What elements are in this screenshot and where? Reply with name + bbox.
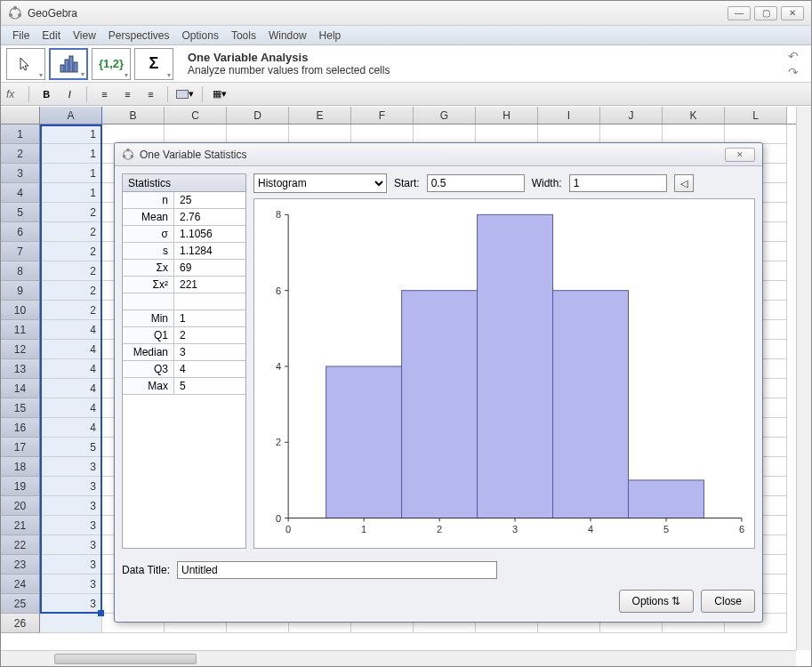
cell-E1[interactable]	[289, 125, 351, 144]
cell-I1[interactable]	[538, 125, 600, 144]
panel-toggle-button[interactable]: ◁	[674, 174, 694, 192]
row-header-25[interactable]: 25	[1, 594, 40, 614]
close-button[interactable]: Close	[701, 590, 755, 613]
row-header-1[interactable]: 1	[1, 125, 40, 144]
tool-move[interactable]: ▾	[6, 48, 45, 80]
cell-A24[interactable]: 3	[40, 575, 102, 594]
dialog-titlebar[interactable]: One Variable Statistics ✕	[115, 143, 762, 166]
col-header-H[interactable]: H	[476, 107, 538, 124]
cell-A23[interactable]: 3	[40, 555, 102, 575]
cell-A18[interactable]: 3	[40, 457, 102, 477]
cell-L1[interactable]	[725, 125, 787, 144]
vertical-scrollbar[interactable]	[796, 107, 811, 650]
col-header-G[interactable]: G	[414, 107, 476, 124]
cell-A10[interactable]: 2	[40, 301, 102, 320]
tool-list[interactable]: {1,2} ▾	[92, 48, 131, 80]
col-header-A[interactable]: A	[40, 107, 102, 124]
tool-sum[interactable]: Σ ▾	[134, 48, 173, 80]
borders-button[interactable]: ▦▾	[210, 85, 229, 103]
cell-A4[interactable]: 1	[40, 183, 102, 203]
cell-A26[interactable]	[40, 614, 102, 633]
bold-button[interactable]: B	[36, 85, 56, 103]
cell-A13[interactable]: 4	[40, 359, 102, 379]
tool-one-variable-analysis[interactable]: ▾	[49, 48, 88, 80]
maximize-button[interactable]: ▢	[754, 6, 777, 20]
redo-button[interactable]: ↷	[784, 65, 802, 79]
col-header-K[interactable]: K	[663, 107, 725, 124]
row-header-7[interactable]: 7	[1, 242, 40, 261]
minimize-button[interactable]: —	[728, 6, 751, 20]
row-header-4[interactable]: 4	[1, 183, 40, 203]
cell-A15[interactable]: 4	[40, 398, 102, 418]
undo-button[interactable]: ↶	[784, 49, 802, 63]
cell-A17[interactable]: 5	[40, 438, 102, 457]
col-header-J[interactable]: J	[600, 107, 663, 124]
cell-H1[interactable]	[476, 125, 538, 144]
width-input[interactable]	[569, 174, 667, 192]
cell-B1[interactable]	[102, 125, 165, 144]
col-header-B[interactable]: B	[102, 107, 165, 124]
start-input[interactable]	[427, 174, 525, 192]
cell-A9[interactable]: 2	[40, 281, 102, 301]
cell-A8[interactable]: 2	[40, 261, 102, 281]
row-header-14[interactable]: 14	[1, 379, 40, 398]
col-header-E[interactable]: E	[289, 107, 351, 124]
select-all-corner[interactable]	[1, 107, 40, 124]
bgcolor-button[interactable]: ▾	[175, 85, 195, 103]
cell-A5[interactable]: 2	[40, 203, 102, 222]
cell-J1[interactable]	[600, 125, 663, 144]
cell-A1[interactable]: 1	[40, 125, 102, 144]
row-header-17[interactable]: 17	[1, 438, 40, 457]
row-header-20[interactable]: 20	[1, 496, 40, 516]
col-header-D[interactable]: D	[227, 107, 289, 124]
chart-type-select[interactable]: Histogram	[253, 173, 387, 193]
menu-options[interactable]: Options	[176, 29, 225, 42]
close-button[interactable]: ✕	[781, 6, 804, 20]
menu-tools[interactable]: Tools	[225, 29, 262, 42]
row-header-6[interactable]: 6	[1, 222, 40, 242]
row-header-16[interactable]: 16	[1, 418, 40, 438]
cell-D1[interactable]	[227, 125, 289, 144]
row-header-9[interactable]: 9	[1, 281, 40, 301]
horizontal-scrollbar[interactable]	[1, 650, 796, 666]
row-header-2[interactable]: 2	[1, 144, 40, 164]
row-header-11[interactable]: 11	[1, 320, 40, 340]
cell-G1[interactable]	[414, 125, 476, 144]
col-header-L[interactable]: L	[725, 107, 787, 124]
row-header-24[interactable]: 24	[1, 575, 40, 594]
row-header-19[interactable]: 19	[1, 477, 40, 496]
dialog-close-button[interactable]: ✕	[725, 148, 755, 162]
row-header-8[interactable]: 8	[1, 261, 40, 281]
align-right-button[interactable]: ≡	[141, 85, 160, 103]
row-header-5[interactable]: 5	[1, 203, 40, 222]
cell-A19[interactable]: 3	[40, 477, 102, 496]
row-header-22[interactable]: 22	[1, 535, 40, 555]
menu-help[interactable]: Help	[313, 29, 348, 42]
menu-edit[interactable]: Edit	[36, 29, 67, 42]
cell-A20[interactable]: 3	[40, 496, 102, 516]
align-left-button[interactable]: ≡	[94, 85, 114, 103]
col-header-F[interactable]: F	[351, 107, 414, 124]
cell-A14[interactable]: 4	[40, 379, 102, 398]
row-header-12[interactable]: 12	[1, 340, 40, 359]
row-header-26[interactable]: 26	[1, 614, 40, 633]
data-title-input[interactable]	[177, 561, 497, 579]
cell-F1[interactable]	[351, 125, 414, 144]
col-header-I[interactable]: I	[538, 107, 600, 124]
row-header-15[interactable]: 15	[1, 398, 40, 418]
menu-perspectives[interactable]: Perspectives	[102, 29, 176, 42]
row-header-10[interactable]: 10	[1, 301, 40, 320]
cell-A7[interactable]: 2	[40, 242, 102, 261]
row-header-23[interactable]: 23	[1, 555, 40, 575]
row-header-13[interactable]: 13	[1, 359, 40, 379]
cell-A21[interactable]: 3	[40, 516, 102, 535]
cell-A12[interactable]: 4	[40, 340, 102, 359]
row-header-3[interactable]: 3	[1, 164, 40, 183]
menu-window[interactable]: Window	[262, 29, 313, 42]
row-header-18[interactable]: 18	[1, 457, 40, 477]
options-button[interactable]: Options ⇅	[619, 590, 695, 613]
cell-K1[interactable]	[663, 125, 725, 144]
cell-A11[interactable]: 4	[40, 320, 102, 340]
cell-A16[interactable]: 4	[40, 418, 102, 438]
row-header-21[interactable]: 21	[1, 516, 40, 535]
